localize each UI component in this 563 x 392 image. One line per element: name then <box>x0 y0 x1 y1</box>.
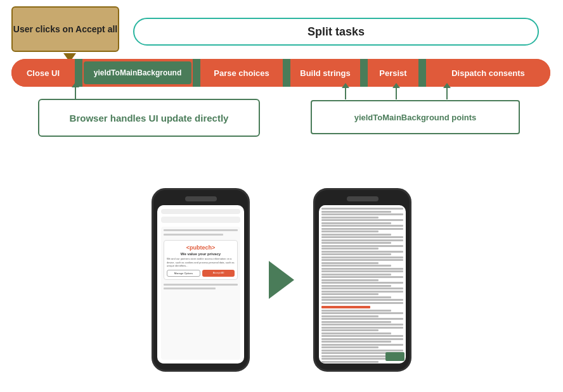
art-line-40 <box>321 324 403 326</box>
arrow-up-left-icon <box>75 87 76 99</box>
arrow-up-right1-icon <box>345 88 346 99</box>
phone1-mockup: <pubtech> We value your privacy We and o… <box>152 188 250 372</box>
art-line-39 <box>321 321 391 323</box>
art-line-35 <box>321 310 391 312</box>
browser-handles-label: Browser handles UI update directly <box>70 113 229 123</box>
green-divider-2 <box>193 59 200 87</box>
phone1-buttons: Manage Options Accept All <box>167 270 235 277</box>
art-line-36 <box>321 312 403 314</box>
pipeline-bar: Close UI yieldToMainBackground Parse cho… <box>11 59 550 87</box>
art-line-5 <box>321 219 403 221</box>
art-line-14 <box>321 245 403 247</box>
pipeline-yield-main: yieldToMainBackground <box>84 61 191 84</box>
art-line-8 <box>321 228 403 230</box>
art-line-2 <box>321 211 391 213</box>
phone2-green-overlay <box>385 352 404 361</box>
phone1-pubtech: <pubtech> <box>167 244 235 251</box>
phone2-notch <box>347 196 379 201</box>
art-line-42 <box>321 329 379 331</box>
phone1-manage-btn[interactable]: Manage Options <box>167 270 200 277</box>
phone-arrow <box>269 261 294 299</box>
art-line-1 <box>321 208 403 210</box>
art-line-26 <box>321 279 379 281</box>
art-line-30 <box>321 291 403 293</box>
phone1-line3 <box>164 284 238 286</box>
art-line-16 <box>321 251 403 253</box>
browser-handles-box: Browser handles UI update directly <box>38 99 260 137</box>
art-line-37 <box>321 315 379 317</box>
art-line-31 <box>321 293 379 295</box>
art-line-48 <box>321 346 379 348</box>
user-clicks-box: User clicks on Accept all <box>11 6 119 52</box>
art-line-46 <box>321 341 391 343</box>
art-line-33 <box>321 299 403 301</box>
phone1-accept-btn[interactable]: Accept All <box>202 270 235 277</box>
green-divider-4 <box>360 59 368 87</box>
art-line-24 <box>321 274 391 275</box>
yield-points-label: yieldToMainBackground points <box>354 113 477 122</box>
art-line-17 <box>321 253 391 255</box>
art-line-45 <box>321 338 403 340</box>
art-line-21 <box>321 265 391 267</box>
phone2-mockup <box>313 188 411 372</box>
art-line-53 <box>321 361 379 363</box>
arrow-up-right3-icon <box>446 88 448 99</box>
split-tasks-label: Split tasks <box>307 25 365 39</box>
split-tasks-pill: Split tasks <box>133 18 539 46</box>
bottom-section: <pubtech> We value your privacy We and o… <box>0 168 563 392</box>
art-line-47 <box>321 344 403 346</box>
user-clicks-label: User clicks on Accept all <box>13 23 117 35</box>
phone1-notch <box>185 196 217 201</box>
art-line-9 <box>321 231 379 232</box>
phone1-body-text: We and our partners store and/or access … <box>167 257 235 268</box>
art-line-44 <box>321 335 403 337</box>
phone1-url-bar <box>161 217 240 223</box>
art-line-22 <box>321 268 403 270</box>
phone1-line4 <box>164 288 216 289</box>
art-line-11 <box>321 236 403 238</box>
art-line-23 <box>321 270 403 272</box>
art-line-25 <box>321 276 403 278</box>
phone1-content: <pubtech> We value your privacy We and o… <box>161 227 240 360</box>
green-divider-3 <box>283 59 290 87</box>
phone1-line1 <box>164 229 238 231</box>
green-divider-5 <box>418 59 426 87</box>
art-line-32 <box>321 296 391 298</box>
phone1-screen: <pubtech> We value your privacy We and o… <box>157 205 244 364</box>
phone1-privacy-title: We value your privacy <box>167 252 235 256</box>
pipeline-build-strings: Build strings <box>290 59 360 87</box>
phone2-screen <box>319 205 406 364</box>
art-line-28 <box>321 285 391 287</box>
pipeline-close-ui: Close UI <box>11 59 75 87</box>
phone1-line2 <box>164 234 223 236</box>
art-line-49 <box>321 350 403 351</box>
art-line-4 <box>321 217 379 218</box>
art-line-10 <box>321 234 391 236</box>
arrow-up-right2-icon <box>396 88 397 99</box>
art-line-50 <box>321 352 391 354</box>
art-line-27 <box>321 282 403 284</box>
phone1-cookie-banner: <pubtech> We value your privacy We and o… <box>164 240 238 280</box>
pipeline-parse-choices: Parse choices <box>200 59 283 87</box>
art-line-19 <box>321 259 403 261</box>
art-line-18 <box>321 256 403 258</box>
arrow-right-icon <box>269 261 294 299</box>
art-line-15 <box>321 248 379 250</box>
phone1-status-bar <box>161 209 240 214</box>
art-line-7 <box>321 225 403 227</box>
art-line-38 <box>321 318 403 320</box>
art-line-20 <box>321 262 379 264</box>
art-line-34 <box>321 302 403 304</box>
art-line-12 <box>321 239 403 241</box>
art-line-highlight <box>321 306 370 308</box>
art-line-6 <box>321 222 391 224</box>
diagram-area: User clicks on Accept all Split tasks Cl… <box>0 0 563 177</box>
art-line-43 <box>321 332 391 334</box>
art-line-41 <box>321 327 403 329</box>
yield-points-box: yieldToMainBackground points <box>311 100 520 134</box>
phone2-article <box>321 208 403 364</box>
art-line-29 <box>321 288 403 289</box>
art-line-3 <box>321 213 403 215</box>
art-line-13 <box>321 242 391 244</box>
